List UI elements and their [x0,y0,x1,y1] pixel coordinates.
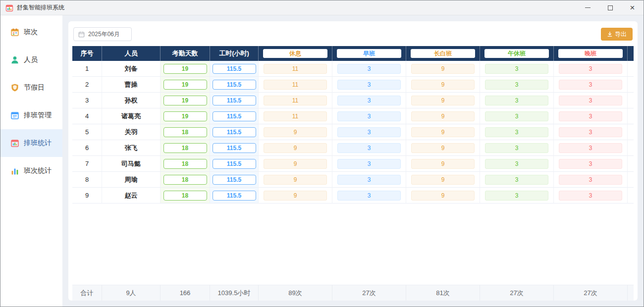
person-icon [10,55,19,64]
cell-noon: 3 [480,124,554,140]
value-badge-hours: 115.5 [213,175,256,185]
main-content: 2025年06月 导出 序号人员考勤天数工时(小时)休息早班长白班午休班晚班 1… [62,15,644,307]
cell-hours: 115.5 [210,93,259,108]
cell-rest: 9 [259,140,332,156]
cell-noon: 3 [480,93,554,108]
cell-day: 9 [406,77,480,93]
value-badge-night: 3 [559,127,622,137]
cell-name: 诸葛亮 [102,108,161,124]
column-header-days: 考勤天数 [161,46,210,61]
sidebar-item-shifts[interactable]: 班次 [0,18,62,46]
cell-days: 18 [161,156,210,172]
cell-day: 9 [406,61,480,77]
column-header-rest: 休息 [259,46,332,61]
cell-no: 1 [72,61,102,77]
value-badge-early: 3 [337,127,400,137]
value-badge-days: 18 [163,127,207,137]
table-row: 1刘备19115.5113933 [72,61,634,77]
cell-days: 18 [161,188,210,204]
cell-name: 司马懿 [102,156,161,172]
cell-day: 9 [406,124,480,140]
column-header-noon: 午休班 [480,46,554,61]
cell-name: 赵云 [102,188,161,204]
value-badge-day: 9 [411,80,474,90]
value-badge-noon: 3 [485,96,548,105]
titlebar-left: 舒集智能排班系统 [5,3,64,12]
column-header-name: 人员 [102,46,161,61]
download-icon [607,31,613,37]
cell-hours: 115.5 [210,140,259,156]
cell-early: 3 [332,188,406,204]
cell-rest: 9 [259,124,332,140]
table-row: 7司马懿18115.593933 [72,156,634,172]
cell-days: 19 [161,93,210,108]
value-badge-early: 3 [337,175,400,185]
cell-days: 19 [161,61,210,77]
minimize-icon [585,7,590,8]
export-button[interactable]: 导出 [601,28,633,41]
app-title: 舒集智能排班系统 [17,3,64,12]
footer-cell-rest: 89次 [259,285,332,301]
cell-hours: 115.5 [210,108,259,124]
table-row: 9赵云18115.593933 [72,188,634,204]
sidebar-item-holidays[interactable]: 节假日 [0,74,62,102]
cell-day: 9 [406,172,480,188]
sidebar-item-schedule-statistics[interactable]: 排班统计 [0,129,62,157]
value-badge-day: 9 [411,64,474,74]
scrollbar-gutter [628,140,634,156]
cell-no: 6 [72,140,102,156]
calendar-icon [10,28,19,37]
sidebar-item-label: 班次统计 [24,166,52,175]
footer-cell-noon: 27次 [480,285,554,301]
sidebar-item-schedule-management[interactable]: 排班管理 [0,102,62,129]
value-badge-early: 3 [337,64,400,74]
value-badge-night: 3 [559,96,622,105]
sidebar-item-shift-statistics[interactable]: 班次统计 [0,157,62,185]
value-badge-rest: 11 [264,111,326,121]
cell-no: 5 [72,124,102,140]
value-badge-rest: 9 [264,175,326,185]
table-header-row: 序号人员考勤天数工时(小时)休息早班长白班午休班晚班 [72,46,634,61]
cell-hours: 115.5 [210,188,259,204]
value-badge-days: 19 [163,64,207,74]
cell-days: 19 [161,77,210,93]
cell-no: 3 [72,93,102,108]
month-picker-value: 2025年06月 [88,30,120,39]
value-badge-early: 3 [337,143,400,153]
minimize-button[interactable] [577,0,599,15]
value-badge-noon: 3 [485,80,548,90]
sidebar-item-label: 节假日 [24,83,45,92]
value-badge-days: 18 [163,159,207,169]
maximize-button[interactable] [599,0,621,15]
sidebar-menu: 班次人员节假日排班管理排班统计班次统计 [0,15,62,307]
value-badge-day: 9 [411,191,474,201]
cell-night: 3 [554,108,628,124]
cell-days: 18 [161,124,210,140]
value-badge-night: 3 [559,175,622,185]
month-picker[interactable]: 2025年06月 [73,27,132,41]
scrollbar-gutter [628,188,634,204]
value-badge-noon: 3 [485,143,548,153]
cell-noon: 3 [480,77,554,93]
value-badge-day: 9 [411,127,474,137]
cell-night: 3 [554,156,628,172]
close-button[interactable]: × [621,0,644,15]
sidebar-item-label: 班次 [24,28,38,37]
app-icon [5,4,13,12]
value-badge-day: 9 [411,159,474,169]
schedule-table: 序号人员考勤天数工时(小时)休息早班长白班午休班晚班 1刘备19115.5113… [72,46,634,301]
cell-days: 18 [161,140,210,156]
cell-night: 3 [554,124,628,140]
value-badge-hours: 115.5 [213,143,256,153]
value-badge-day: 9 [411,143,474,153]
cell-noon: 3 [480,188,554,204]
cell-night: 3 [554,188,628,204]
value-badge-hours: 115.5 [213,96,256,105]
sidebar-item-personnel[interactable]: 人员 [0,46,62,74]
stats-calendar-icon [10,139,19,148]
footer-cell-day: 81次 [406,285,480,301]
cell-night: 3 [554,61,628,77]
column-header-no: 序号 [72,46,102,61]
cell-rest: 11 [259,93,332,108]
titlebar: 舒集智能排班系统 × [0,0,644,15]
